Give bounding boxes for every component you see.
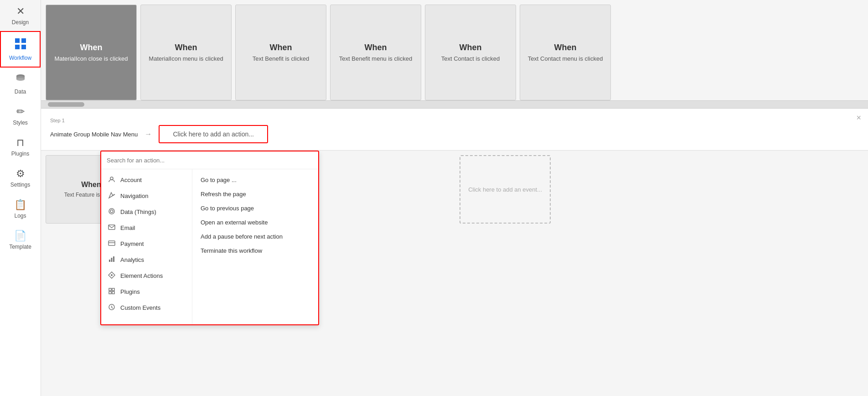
- sidebar-item-styles[interactable]: ✏ Styles: [0, 100, 41, 131]
- card2-desc: MaterialIcon menu is clicked: [149, 55, 223, 62]
- plugins-label: Plugins: [120, 288, 140, 295]
- scroll-thumb[interactable]: [48, 102, 84, 107]
- sidebar-item-workflow[interactable]: Workflow: [0, 31, 41, 68]
- svg-point-19: [111, 274, 113, 276]
- element-actions-label: Element Actions: [120, 272, 163, 279]
- account-icon: [108, 176, 116, 184]
- plugins-icon: ⊓: [16, 137, 24, 149]
- sidebar-item-label-template: Template: [9, 244, 31, 250]
- dropdown-item-plugins[interactable]: Plugins: [101, 284, 192, 300]
- dropdown-item-navigation[interactable]: Navigation: [101, 188, 192, 204]
- add-event-label: Click here to add an event...: [468, 186, 542, 193]
- workflow-card-6[interactable]: When Text Contact menu is clicked: [520, 5, 611, 100]
- email-label: Email: [120, 224, 135, 231]
- svg-rect-15: [109, 260, 110, 262]
- dropdown-right-panel: Go to page ... Refresh the page Go to pr…: [192, 169, 318, 324]
- svg-rect-21: [112, 288, 114, 291]
- action-external-website[interactable]: Open an external website: [199, 215, 312, 229]
- dropdown-container: When Text Feature is clicked When Text F…: [41, 151, 868, 396]
- sidebar-item-label-workflow: Workflow: [9, 55, 31, 61]
- close-icon[interactable]: ×: [856, 113, 861, 123]
- svg-rect-3: [21, 45, 26, 49]
- card6-desc: Text Contact menu is clicked: [528, 55, 603, 62]
- workflow-card-4[interactable]: When Text Benefit menu is clicked: [330, 5, 421, 100]
- design-icon: ✕: [16, 5, 25, 17]
- sidebar-item-label-styles: Styles: [13, 120, 28, 126]
- dropdown-item-analytics[interactable]: Analytics: [101, 252, 192, 268]
- settings-icon: ⚙: [16, 168, 25, 180]
- svg-rect-1: [21, 38, 26, 43]
- svg-point-8: [16, 78, 25, 81]
- payment-label: Payment: [120, 240, 144, 247]
- sidebar-item-template[interactable]: 📄 Template: [0, 224, 41, 255]
- scroll-bar[interactable]: [41, 100, 868, 109]
- sidebar-item-data[interactable]: Data: [0, 68, 41, 100]
- add-action-button[interactable]: Click here to add an action...: [159, 125, 268, 143]
- action-pause[interactable]: Add a pause before next action: [199, 229, 312, 244]
- svg-point-11: [110, 210, 113, 213]
- dropdown-body: Account Navigation: [101, 169, 318, 324]
- arrow-icon: →: [145, 130, 152, 138]
- svg-rect-23: [112, 292, 114, 294]
- sidebar-item-label-data: Data: [15, 89, 26, 95]
- dropdown-item-data[interactable]: Data (Things): [101, 204, 192, 220]
- workflow-card-1[interactable]: When MaterialIcon close is clicked: [46, 5, 137, 100]
- workflow-card-2[interactable]: When MaterialIcon menu is clicked: [140, 5, 232, 100]
- template-icon: 📄: [14, 230, 26, 242]
- data-icon: [15, 73, 26, 87]
- svg-rect-17: [113, 256, 114, 262]
- dropdown-item-account[interactable]: Account: [101, 172, 192, 188]
- analytics-label: Analytics: [120, 256, 144, 263]
- sidebar-item-design[interactable]: ✕ Design: [0, 0, 41, 31]
- action-goto-page[interactable]: Go to page ...: [199, 173, 312, 187]
- email-icon: [108, 224, 116, 232]
- navigation-icon: [108, 192, 116, 200]
- card3-desc: Text Benefit is clicked: [253, 55, 309, 62]
- custom-events-label: Custom Events: [120, 304, 160, 311]
- step-content: Animate Group Mobile Nav Menu → Click he…: [50, 125, 859, 143]
- add-event-card[interactable]: Click here to add an event...: [460, 155, 551, 224]
- sidebar: ✕ Design Workflow Data ✏ Style: [0, 0, 41, 396]
- workflow-icon: [14, 37, 27, 53]
- action-terminate[interactable]: Terminate this workflow: [199, 244, 312, 258]
- dropdown-item-custom-events[interactable]: Custom Events: [101, 300, 192, 316]
- data-things-icon: [108, 208, 116, 216]
- sidebar-item-plugins[interactable]: ⊓ Plugins: [0, 131, 41, 162]
- dropdown-item-email[interactable]: Email: [101, 220, 192, 236]
- svg-rect-0: [15, 38, 20, 43]
- workflow-card-3[interactable]: When Text Benefit is clicked: [235, 5, 326, 100]
- account-label: Account: [120, 177, 142, 183]
- dropdown-left-panel: Account Navigation: [101, 169, 192, 324]
- workflow-card-5[interactable]: When Text Contact is clicked: [425, 5, 516, 100]
- sidebar-item-label-design: Design: [12, 19, 29, 26]
- sidebar-item-label-settings: Settings: [10, 182, 30, 188]
- card6-when: When: [554, 43, 577, 52]
- dropdown-item-element-actions[interactable]: Element Actions: [101, 268, 192, 284]
- action-dropdown: Account Navigation: [100, 151, 319, 325]
- card4-when: When: [365, 43, 387, 52]
- dropdown-item-payment[interactable]: Payment: [101, 236, 192, 252]
- svg-rect-12: [108, 225, 115, 229]
- svg-rect-2: [15, 45, 20, 49]
- main-content: When MaterialIcon close is clicked When …: [41, 0, 868, 396]
- element-actions-icon: [108, 271, 116, 280]
- data-label: Data (Things): [120, 208, 156, 215]
- sidebar-item-settings[interactable]: ⚙ Settings: [0, 162, 41, 193]
- action-previous-page[interactable]: Go to previous page: [199, 201, 312, 215]
- navigation-label: Navigation: [120, 193, 148, 199]
- sidebar-item-logs[interactable]: 📋 Logs: [0, 193, 41, 224]
- card4-desc: Text Benefit menu is clicked: [339, 55, 412, 62]
- card5-desc: Text Contact is clicked: [441, 55, 500, 62]
- card5-when: When: [460, 43, 482, 52]
- workflow-detail: Step 1 Animate Group Mobile Nav Menu → C…: [41, 109, 868, 151]
- workflow-cards-top: When MaterialIcon close is clicked When …: [41, 0, 868, 100]
- lower-card1-when: When: [81, 181, 101, 189]
- step-label: Step 1: [50, 118, 859, 123]
- card1-when: When: [80, 43, 103, 52]
- step-name: Animate Group Mobile Nav Menu: [50, 131, 138, 138]
- action-refresh[interactable]: Refresh the page: [199, 187, 312, 201]
- card1-desc: MaterialIcon close is clicked: [54, 55, 128, 62]
- card2-when: When: [175, 43, 197, 52]
- styles-icon: ✏: [16, 106, 25, 118]
- search-input[interactable]: [107, 157, 313, 164]
